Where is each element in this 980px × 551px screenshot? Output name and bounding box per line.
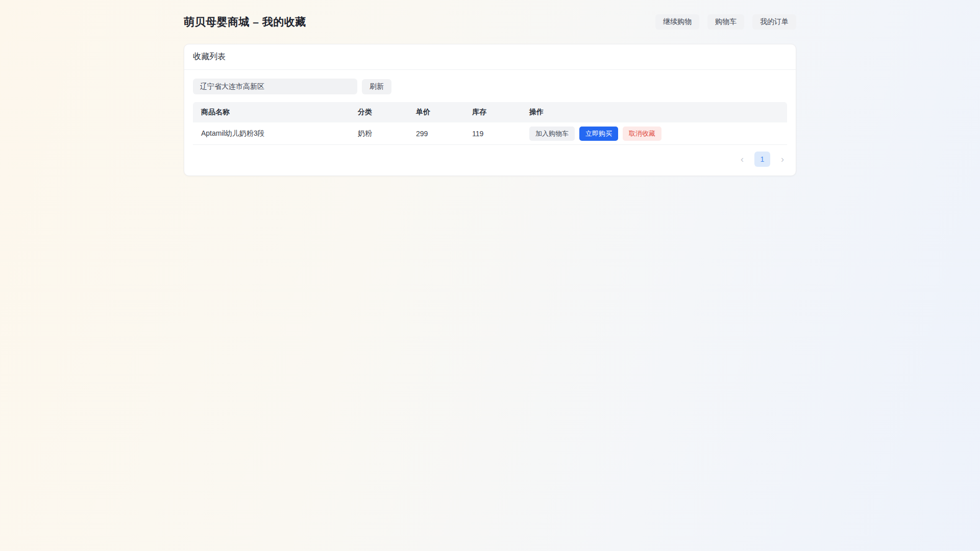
buy-now-button[interactable]: 立即购买 xyxy=(579,127,618,141)
pagination: ‹ 1 › xyxy=(193,152,787,167)
column-header-name: 商品名称 xyxy=(193,108,350,117)
column-header-actions: 操作 xyxy=(521,108,787,117)
my-orders-button[interactable]: 我的订单 xyxy=(752,14,796,30)
stock-cell: 119 xyxy=(464,130,521,138)
table-header-row: 商品名称 分类 单价 库存 操作 xyxy=(193,102,787,122)
column-header-stock: 库存 xyxy=(464,108,521,117)
address-input[interactable] xyxy=(193,79,357,94)
page-title: 萌贝母婴商城 – 我的收藏 xyxy=(184,15,306,29)
page-container: 萌贝母婴商城 – 我的收藏 继续购物 购物车 我的订单 收藏列表 刷新 商品名称… xyxy=(184,0,796,176)
actions-cell: 加入购物车 立即购买 取消收藏 xyxy=(521,127,787,141)
table-row: Aptamil幼儿奶粉3段 奶粉 299 119 加入购物车 立即购买 取消收藏 xyxy=(193,122,787,145)
favorites-table: 商品名称 分类 单价 库存 操作 Aptamil幼儿奶粉3段 奶粉 299 11… xyxy=(193,102,787,145)
nav-buttons: 继续购物 购物车 我的订单 xyxy=(655,14,796,30)
column-header-category: 分类 xyxy=(350,108,408,117)
remove-favorite-button[interactable]: 取消收藏 xyxy=(623,127,662,141)
favorites-toolbar: 刷新 xyxy=(193,79,787,94)
product-name-cell: Aptamil幼儿奶粉3段 xyxy=(193,129,350,138)
favorites-card-body: 刷新 商品名称 分类 单价 库存 操作 Aptamil幼儿奶粉3段 奶粉 299… xyxy=(184,70,796,176)
favorites-card-title: 收藏列表 xyxy=(184,44,796,70)
favorites-card: 收藏列表 刷新 商品名称 分类 单价 库存 操作 Aptamil幼儿奶粉3段 奶… xyxy=(184,44,796,176)
category-cell: 奶粉 xyxy=(350,129,408,138)
page-number-current[interactable]: 1 xyxy=(754,152,770,167)
continue-shopping-button[interactable]: 继续购物 xyxy=(655,14,699,30)
row-actions: 加入购物车 立即购买 取消收藏 xyxy=(529,127,662,141)
refresh-button[interactable]: 刷新 xyxy=(362,79,391,94)
column-header-price: 单价 xyxy=(408,108,464,117)
price-cell: 299 xyxy=(408,130,464,138)
chevron-left-icon[interactable]: ‹ xyxy=(739,154,746,165)
top-bar: 萌贝母婴商城 – 我的收藏 继续购物 购物车 我的订单 xyxy=(184,12,796,32)
chevron-right-icon[interactable]: › xyxy=(779,154,786,165)
cart-button[interactable]: 购物车 xyxy=(707,14,744,30)
add-to-cart-button[interactable]: 加入购物车 xyxy=(529,127,575,141)
